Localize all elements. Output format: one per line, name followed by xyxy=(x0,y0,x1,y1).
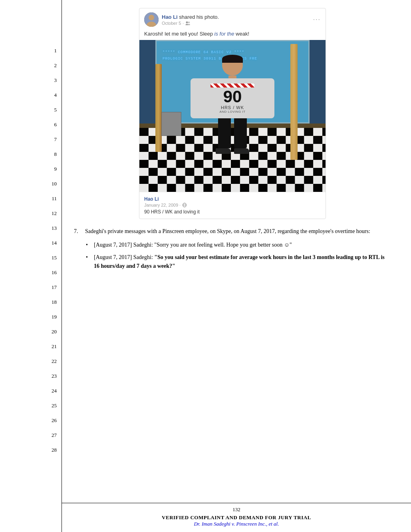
fb-post-action: shared his photo. xyxy=(179,14,219,20)
bullet-item-1: [August 7, 2017] Sadeghi: "Sorry you are… xyxy=(86,241,391,249)
line-15: 15 xyxy=(0,250,62,265)
line-25: 25 xyxy=(0,398,62,413)
line-6: 6 xyxy=(0,117,62,132)
line-18: 18 xyxy=(0,295,62,309)
line-21: 21 xyxy=(0,339,62,354)
line-3: 3 xyxy=(0,73,62,88)
line-17: 17 xyxy=(0,280,62,295)
bullet-2-speaker: Sadeghi: xyxy=(133,254,155,260)
line-9: 9 xyxy=(0,161,62,176)
fb-footer-text: 90 HRS / WK and loving it xyxy=(144,209,321,215)
content-inner: Hao Li shared his photo. October 5 · xyxy=(74,8,391,306)
fb-post-date: October 5 xyxy=(162,21,181,26)
fb-post-image: ***** COMMODORE 64 BASIC V2 **** PROLOGI… xyxy=(139,40,326,192)
line-24: 24 xyxy=(0,383,62,398)
line-23: 23 xyxy=(0,369,62,383)
fb-header-left: Hao Li shared his photo. October 5 · xyxy=(144,12,219,27)
bullet-item-2: [August 7, 2017] Sadeghi: "So you said y… xyxy=(86,253,391,271)
bullet-1-speaker: Sadeghi: xyxy=(133,242,155,248)
fb-post-header: Hao Li shared his photo. October 5 · xyxy=(139,8,326,29)
line-5: 5 xyxy=(0,102,62,117)
line-22: 22 xyxy=(0,354,62,369)
dot-separator: · xyxy=(183,21,184,26)
line-8: 8 xyxy=(0,147,62,161)
line-12: 12 xyxy=(0,206,62,221)
photo-scene: ***** COMMODORE 64 BASIC V2 **** PROLOGI… xyxy=(139,40,326,192)
line-20: 20 xyxy=(0,324,62,339)
legal-item-7: 7. Sadeghi's private messages with a Pin… xyxy=(74,227,391,271)
bullet-list: [August 7, 2017] Sadeghi: "Sorry you are… xyxy=(74,241,391,271)
line-7: 7 xyxy=(0,132,62,147)
svg-point-6 xyxy=(188,24,191,25)
line-numbers-sidebar: 1 2 3 4 5 6 7 8 9 10 11 12 13 14 15 16 1… xyxy=(0,0,62,532)
fb-user-info: Hao Li shared his photo. October 5 · xyxy=(162,14,219,26)
footer-subtitle: Dr. Iman Sadeghi v. Pinscreen Inc., et a… xyxy=(62,521,411,527)
svg-point-5 xyxy=(188,22,190,23)
svg-point-1 xyxy=(149,15,154,20)
page-container: 1 2 3 4 5 6 7 8 9 10 11 12 13 14 15 16 1… xyxy=(0,0,411,532)
fb-footer-date: January 22, 2009 · xyxy=(144,203,321,207)
svg-point-3 xyxy=(186,21,188,23)
bullet-1-date: [August 7, 2017] xyxy=(94,242,132,248)
content-area: Hao Li shared his photo. October 5 · xyxy=(62,0,411,532)
fb-post-footer: Hao Li January 22, 2009 · 90 HRS / WK an… xyxy=(139,192,326,219)
line-2: 2 xyxy=(0,58,62,73)
line-26: 26 xyxy=(0,413,62,428)
facebook-post: Hao Li shared his photo. October 5 · xyxy=(139,8,326,219)
line-10: 10 xyxy=(0,176,62,191)
globe-icon xyxy=(182,203,187,207)
fb-post-username: Hao Li shared his photo. xyxy=(162,14,219,20)
line-28: 28 xyxy=(0,442,62,457)
fb-post-meta: October 5 · xyxy=(162,21,219,26)
line-11: 11 xyxy=(0,191,62,206)
line-27: 27 xyxy=(0,428,62,442)
fb-options-button[interactable]: ··· xyxy=(313,16,321,23)
line-4: 4 xyxy=(0,88,62,102)
page-number: 132 xyxy=(62,506,411,513)
fb-footer-username: Hao Li xyxy=(144,196,321,202)
line-19: 19 xyxy=(0,309,62,324)
avatar xyxy=(144,12,159,27)
fb-post-caption: Karoshi! let me tell you! Sleep is for t… xyxy=(139,29,326,40)
line-1: 1 xyxy=(0,43,62,58)
footer-title: VERIFIED COMPLAINT AND DEMAND FOR JURY T… xyxy=(62,514,411,521)
item-number: 7. xyxy=(74,228,78,234)
avatar-image xyxy=(144,12,159,27)
line-16: 16 xyxy=(0,265,62,280)
page-footer: 132 VERIFIED COMPLAINT AND DEMAND FOR JU… xyxy=(62,503,411,532)
friends-icon xyxy=(185,21,190,25)
bullet-1-text: "Sorry you are not feeling well. Hope yo… xyxy=(154,242,292,248)
bullet-2-date: [August 7, 2017] xyxy=(94,254,132,260)
line-14: 14 xyxy=(0,235,62,250)
line-13: 13 xyxy=(0,221,62,235)
item-description: 7. Sadeghi's private messages with a Pin… xyxy=(74,227,391,236)
